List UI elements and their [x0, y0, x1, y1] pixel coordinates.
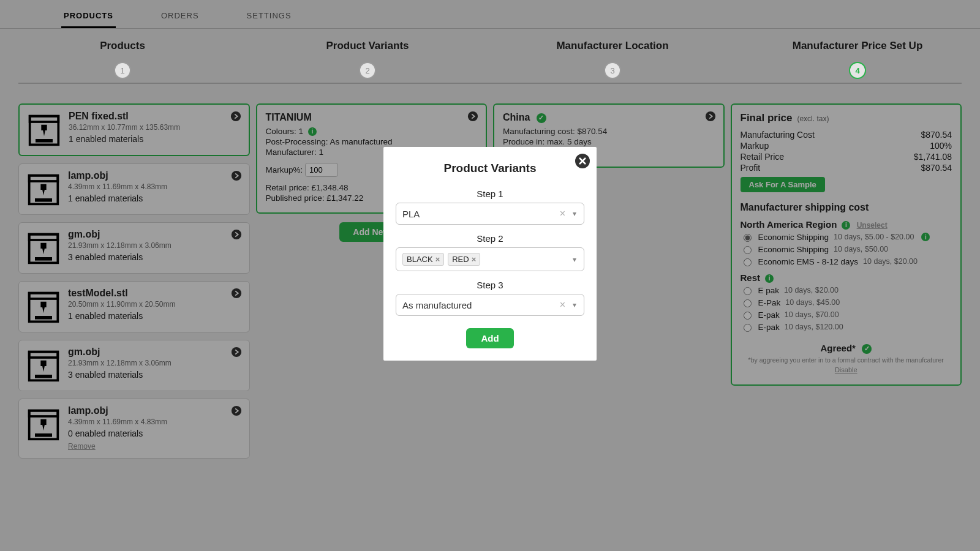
remove-chip-icon[interactable]: ×: [435, 255, 440, 264]
step-circle-1[interactable]: 1: [114, 62, 131, 79]
modal-step1-label: Step 1: [396, 189, 584, 199]
colour-select[interactable]: BLACK× RED× ▾: [396, 247, 584, 271]
modal-add-button[interactable]: Add: [466, 328, 513, 348]
clear-icon[interactable]: ×: [557, 299, 568, 310]
clear-icon[interactable]: ×: [557, 208, 568, 219]
material-select[interactable]: PLA × ▾: [396, 203, 584, 225]
chevron-down-icon[interactable]: ▾: [571, 209, 578, 218]
material-selected: PLA: [402, 209, 554, 219]
step-circle-4[interactable]: 4: [849, 62, 866, 79]
step-circle-2[interactable]: 2: [359, 62, 376, 79]
postprocessing-select[interactable]: As manufactured × ▾: [396, 294, 584, 316]
step-circle-3[interactable]: 3: [604, 62, 621, 79]
modal-step2-label: Step 2: [396, 233, 584, 244]
colour-chip-black: BLACK×: [402, 253, 444, 266]
postprocessing-selected: As manufactured: [402, 300, 554, 310]
colour-chip-red: RED×: [448, 253, 480, 266]
chevron-down-icon[interactable]: ▾: [571, 255, 578, 264]
close-icon[interactable]: [575, 153, 590, 169]
remove-chip-icon[interactable]: ×: [472, 255, 477, 264]
product-variants-modal: Product Variants Step 1 PLA × ▾ Step 2 B…: [383, 147, 597, 361]
chevron-down-icon[interactable]: ▾: [571, 301, 578, 309]
modal-step3-label: Step 3: [396, 280, 584, 290]
modal-title: Product Variants: [396, 162, 584, 175]
